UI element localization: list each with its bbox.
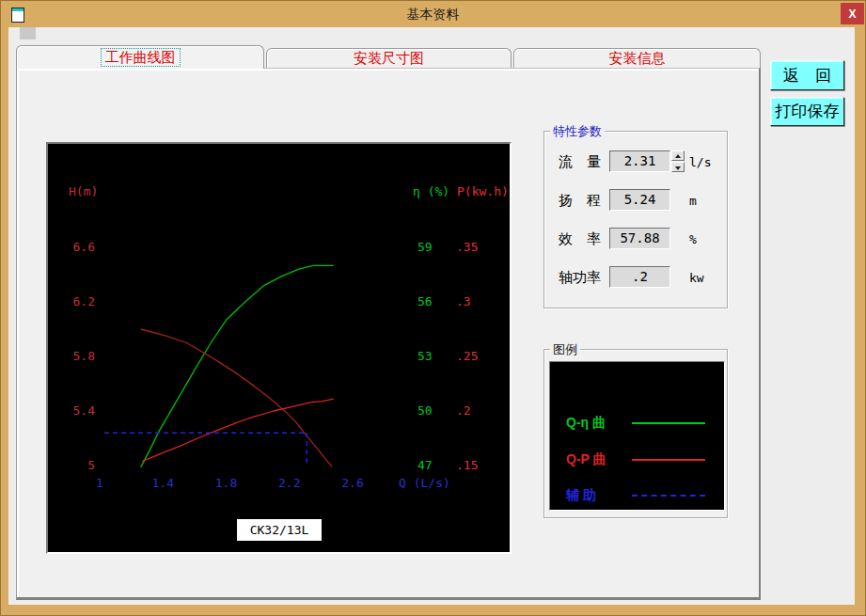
svg-text:η (%): η (%) — [413, 184, 449, 198]
svg-text:47: 47 — [417, 458, 433, 472]
svg-text:P(kw.h): P(kw.h) — [457, 184, 509, 198]
legend-line-auxiliary — [632, 495, 705, 497]
svg-text:.25: .25 — [456, 349, 478, 363]
decorative-fragment — [20, 27, 36, 39]
svg-text:2.6: 2.6 — [341, 476, 363, 490]
window: 基本资料 X 工作曲线图 安装尺寸图 安装信息 H(m)η (%)P(kw.h)… — [0, 0, 866, 616]
svg-text:5.8: 5.8 — [73, 349, 95, 363]
shaft-power-label: 轴功率 — [559, 269, 611, 287]
tab-working-curve-label: 工作曲线图 — [101, 48, 181, 67]
legend-label-auxiliary: 辅 助 — [566, 487, 596, 504]
print-save-button[interactable]: 打印保存 — [770, 97, 844, 126]
svg-text:CK32/13L: CK32/13L — [250, 523, 309, 537]
pump-curve-svg: H(m)η (%)P(kw.h)Q (L/s)6.66.25.85.455956… — [48, 144, 510, 552]
title-bar: 基本资料 X — [1, 1, 865, 27]
pump-curve-chart[interactable]: H(m)η (%)P(kw.h)Q (L/s)6.66.25.85.455956… — [46, 142, 512, 554]
window-title: 基本资料 — [1, 7, 865, 24]
legend-panel: Q-η 曲 Q-P 曲 辅 助 — [549, 361, 725, 511]
tab-working-curve[interactable]: 工作曲线图 — [16, 45, 264, 69]
svg-text:1.8: 1.8 — [215, 476, 237, 490]
svg-text:6.2: 6.2 — [73, 294, 95, 308]
svg-text:.15: .15 — [456, 458, 478, 472]
legend-group-title: 图例 — [550, 341, 580, 358]
spinner-up-button[interactable] — [671, 150, 685, 161]
tab-install-dimensions[interactable]: 安装尺寸图 — [266, 48, 512, 68]
svg-text:5.4: 5.4 — [73, 403, 96, 418]
tab-install-info[interactable]: 安装信息 — [513, 48, 761, 68]
params-group-title: 特性参数 — [550, 123, 605, 140]
svg-text:.35: .35 — [456, 240, 478, 254]
svg-text:.2: .2 — [456, 403, 471, 418]
svg-text:1.4: 1.4 — [152, 476, 175, 490]
efficiency-label: 效 率 — [559, 230, 611, 248]
legend-label-q-p: Q-P 曲 — [566, 451, 606, 468]
svg-text:53: 53 — [417, 349, 433, 363]
shaft-power-field[interactable]: .2 — [609, 266, 670, 288]
legend-line-q-p — [632, 459, 705, 461]
flow-label: 流 量 — [559, 153, 611, 171]
legend-item-auxiliary: 辅 助 — [550, 487, 724, 504]
legend-item-q-eta: Q-η 曲 — [550, 415, 724, 432]
legend-item-q-p: Q-P 曲 — [550, 451, 724, 468]
flow-unit: l/s — [689, 155, 711, 169]
spinner-down-button[interactable] — [671, 162, 685, 172]
svg-text:1: 1 — [96, 476, 103, 490]
head-field[interactable]: 5.24 — [609, 189, 670, 211]
svg-text:Q (L/s): Q (L/s) — [399, 476, 450, 490]
svg-text:H(m): H(m) — [69, 184, 98, 198]
close-button[interactable]: X — [841, 3, 864, 24]
legend-label-q-eta: Q-η 曲 — [566, 415, 606, 432]
efficiency-unit: % — [689, 232, 697, 246]
shaft-power-unit: kw — [689, 271, 704, 285]
svg-text:5: 5 — [87, 458, 95, 472]
svg-text:.3: .3 — [456, 294, 471, 308]
back-button[interactable]: 返 回 — [770, 60, 844, 90]
svg-text:56: 56 — [417, 294, 433, 308]
svg-text:59: 59 — [417, 240, 433, 254]
efficiency-field[interactable]: 57.88 — [609, 228, 670, 249]
head-label: 扬 程 — [559, 192, 611, 210]
svg-text:2.2: 2.2 — [278, 476, 300, 490]
flow-spinner — [671, 150, 685, 172]
flow-field[interactable]: 2.31 — [609, 150, 670, 172]
legend-line-q-eta — [632, 422, 705, 424]
svg-text:50: 50 — [417, 403, 433, 418]
svg-text:6.6: 6.6 — [73, 240, 95, 254]
head-unit: m — [689, 194, 697, 208]
